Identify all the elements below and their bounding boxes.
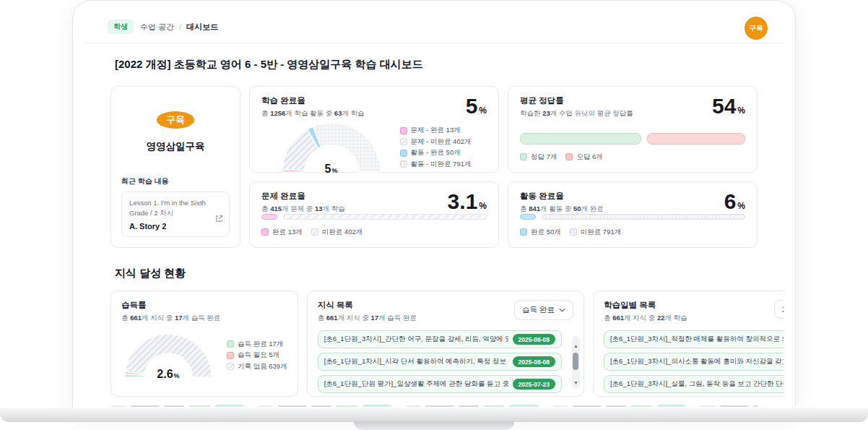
recent-learning-label: 최근 학습 내용 (121, 176, 169, 186)
scrollbar-thumb[interactable] (573, 353, 578, 370)
stat-value: 6% (724, 191, 745, 212)
card-title: 학습일별 목록 (604, 300, 687, 311)
date-badge: 2025-07-23 (513, 379, 555, 390)
legend-swatch (400, 127, 407, 134)
stat-card-average-accuracy: 평균 정답률 학습한 23개 수업 유닛의 평균 정답률 54% 정답 7개 오… (508, 86, 758, 173)
stat-value: 3.1% (448, 191, 487, 212)
scroll-down-icon[interactable] (573, 374, 578, 387)
breadcrumb-current: 대시보드 (186, 22, 218, 33)
gauge-center-label: 2.6% (121, 368, 215, 381)
acquisition-rate-card: 습득률 총 661개 지식 중 17개 습득 완료 2.6% 습득 완료 17개… (110, 291, 298, 397)
gauge-legend: 습득 완료 17개 습득 필요 5개 기록 없음 639개 (227, 337, 287, 373)
date-badge: 2025-08-08 (513, 334, 555, 345)
legend-swatch (311, 228, 318, 236)
card-subtitle: 총 1256개 학습 활동 중 63개 학습 (261, 109, 365, 119)
bar-legend: 정답 7개 오답 6개 (520, 150, 745, 163)
student-name: 영영삼일구육 (147, 140, 205, 153)
external-link-icon[interactable] (215, 212, 223, 225)
date-range-picker[interactable]: 25-07-08 ~ 25-08-08 (774, 300, 784, 319)
knowledge-list-item[interactable]: [초6_1단원_1차시]_시각 단서 활용하여 예측하기, 특정 정보 찾...… (318, 353, 562, 371)
gauge-center-label: 5% (277, 163, 386, 176)
legend-swatch (520, 228, 527, 236)
legend-swatch (520, 153, 527, 160)
card-title: 문제 완료율 (261, 191, 345, 202)
card-title: 습득률 (121, 300, 220, 311)
acquisition-filter-dropdown[interactable]: 습득 완료 (514, 300, 573, 320)
role-badge: 학생 (108, 20, 134, 34)
legend-swatch (227, 340, 234, 348)
legend-swatch (400, 160, 407, 168)
student-profile-card: 구육 영영삼일구육 최근 학습 내용 Lesson 1. I'm in the … (110, 86, 240, 248)
stat-value: 54% (712, 95, 745, 117)
bar-legend: 완료 50개 미완료 791개 (520, 225, 745, 238)
knowledge-list: [초6_1단원_3차시]_간단한 어구, 문장을 강세, 리듬, 억양에 맞..… (318, 330, 573, 393)
activity-completion-bar (520, 214, 745, 220)
scrollbar[interactable] (572, 336, 580, 389)
breadcrumb-bar: 학생 수업 공간 / 대시보드 (84, 8, 784, 43)
knowledge-section-title: 지식 달성 현황 (115, 267, 753, 280)
card-title: 평균 정답률 (520, 95, 633, 106)
legend-swatch (227, 363, 234, 370)
recent-learning-card[interactable]: Lesson 1. I'm in the Sixth Grade / 2 차시 … (121, 192, 230, 238)
knowledge-list-card: 지식 목록 총 661개 지식 중 17개 습득 완료 습득 완료 [초6_1단… (307, 291, 584, 397)
page-title: [2022 개정] 초등학교 영어 6 - 5반 - 영영삼일구육 학습 대시보… (84, 43, 784, 86)
daily-learning-list: [초6_1단원_3차시]_적절한 매체를 활용하여 창의적으로 의미를 ... … (604, 330, 784, 393)
user-avatar[interactable]: 구육 (745, 17, 768, 40)
legend-swatch (400, 138, 407, 145)
card-subtitle: 총 661개 지식 중 22개 학습 (604, 314, 687, 323)
legend-swatch (261, 228, 269, 236)
problem-completion-bar (261, 214, 487, 220)
scroll-up-icon[interactable] (573, 337, 578, 351)
stat-card-problem-completion: 문제 완료율 총 415개 문제 중 13개 학습 3.1% 완료 13개 미완… (249, 181, 499, 248)
recent-activity-name: A. Story 2 (129, 222, 222, 231)
card-subtitle: 총 661개 지식 중 17개 습득 완료 (318, 314, 417, 323)
card-title: 활동 완료율 (520, 191, 604, 202)
card-title: 지식 목록 (318, 300, 417, 311)
legend-swatch (565, 153, 573, 160)
card-title: 학습 완료율 (261, 95, 365, 106)
card-subtitle: 총 661개 지식 중 17개 습득 완료 (121, 314, 220, 323)
student-avatar: 구육 (157, 111, 194, 129)
daily-list-item[interactable]: [초6_1단원_3차시]_적절한 매체를 활용하여 창의적으로 의미를 ... … (604, 330, 784, 348)
legend-swatch (227, 352, 234, 359)
dashboard-app: 학생 수업 공간 / 대시보드 구육 [2022 개정] 초등학교 영어 6 -… (84, 8, 784, 410)
daily-list-item[interactable]: [초6_1단원_3차시]_실물, 그림, 동작 등을 보고 간단한 단어로 ..… (604, 375, 784, 393)
stats-grid: 학습 완료율 총 1256개 학습 활동 중 63개 학습 5% 5% 문제 -… (249, 86, 758, 248)
date-badge: 2025-08-08 (513, 356, 555, 367)
card-subtitle: 총 415개 문제 중 13개 학습 (261, 205, 345, 214)
card-subtitle: 총 841개 활동 중 50개 완료 (520, 205, 604, 214)
breadcrumb-separator: / (179, 22, 181, 31)
accuracy-bar (520, 133, 745, 145)
daily-list-item[interactable]: [초6_1단원_3차시]_의사소통 활동에 흥미와 자신감을 갖고 참여... … (604, 353, 784, 371)
stat-card-learning-completion: 학습 완료율 총 1256개 학습 활동 중 63개 학습 5% 5% 문제 -… (249, 86, 499, 173)
legend-swatch (570, 228, 577, 236)
recent-lesson-title: Lesson 1. I'm in the Sixth Grade / 2 차시 (129, 198, 222, 219)
legend-swatch (400, 150, 407, 157)
knowledge-list-item[interactable]: [초6_1단원_단원 평가]_일상생활 주제에 관한 담화를 듣고 중심 ...… (318, 375, 562, 393)
breadcrumb-section[interactable]: 수업 공간 (140, 22, 174, 33)
laptop-foot (354, 421, 514, 430)
bar-legend: 완료 13개 미완료 402개 (261, 225, 487, 238)
laptop-base (0, 407, 868, 422)
stat-value: 5% (466, 95, 487, 117)
card-subtitle: 학습한 23개 수업 유닛의 평균 정답률 (520, 109, 633, 119)
laptop-screen: 학생 수업 공간 / 대시보드 구육 [2022 개정] 초등학교 영어 6 -… (72, 0, 796, 410)
knowledge-list-item[interactable]: [초6_1단원_3차시]_간단한 어구, 문장을 강세, 리듬, 억양에 맞..… (318, 330, 562, 348)
stat-card-activity-completion: 활동 완료율 총 841개 활동 중 50개 완료 6% 완료 50개 미완료 … (508, 181, 758, 248)
chevron-down-icon (559, 308, 565, 312)
gauge-legend: 문제 - 완료 13개 문제 - 미완료 402개 활동 - 완료 50개 활동… (400, 124, 472, 171)
daily-learning-list-card: 학습일별 목록 총 661개 지식 중 22개 학습 25-07-08 ~ 25… (593, 291, 784, 397)
